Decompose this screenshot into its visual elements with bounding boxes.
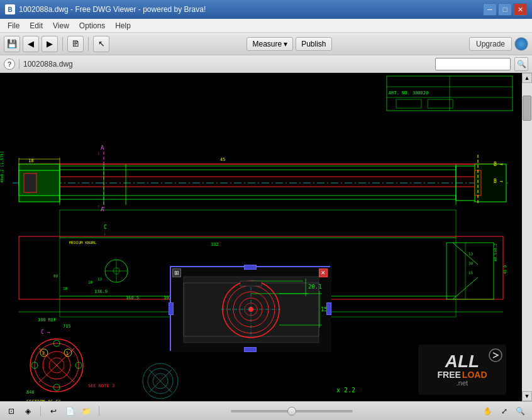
svg-text:B →: B →	[494, 179, 503, 184]
addr-separator	[19, 59, 19, 69]
svg-text:846: 846	[26, 390, 35, 395]
popup-resize-left[interactable]	[169, 302, 174, 315]
svg-text:40.5±0.2: 40.5±0.2	[493, 243, 497, 262]
watermark-arrow-icon	[488, 348, 503, 363]
status-separator-2	[99, 406, 99, 416]
save-button[interactable]: 💾	[4, 36, 20, 52]
svg-text:45 D: 45 D	[502, 265, 507, 274]
measure-button[interactable]: Measure ▾	[247, 37, 293, 51]
measure-label: Measure	[252, 40, 282, 48]
search-button[interactable]: 🔍	[514, 57, 528, 71]
svg-rect-13	[24, 174, 36, 192]
close-button[interactable]: ✕	[513, 3, 527, 16]
menu-edit[interactable]: Edit	[25, 20, 48, 31]
svg-text:136.9: 136.9	[94, 289, 108, 294]
zoom-in-button[interactable]: 🔍	[514, 405, 527, 417]
snap-button[interactable]: ⊡	[5, 405, 18, 417]
separator-2	[88, 37, 89, 51]
canvas-area: ART. NO. 300820	[0, 73, 532, 401]
forward-button[interactable]: ▶	[42, 36, 58, 52]
svg-text:↑: ↑	[97, 204, 100, 209]
undo-button[interactable]: ↩	[47, 405, 60, 417]
minimize-button[interactable]: ─	[483, 3, 497, 16]
vertical-scrollbar[interactable]: ▲ ▼	[522, 73, 532, 401]
svg-text:MEDIUM KNURL: MEDIUM KNURL	[69, 240, 97, 245]
svg-text:SEE NOTE 3: SEE NOTE 3	[88, 384, 114, 389]
help-button[interactable]: ?	[4, 58, 15, 70]
popup-resize-right[interactable]	[326, 302, 331, 315]
watermark-free: FREE	[437, 370, 460, 379]
svg-text:2: 2	[42, 351, 45, 355]
svg-text:15: 15	[468, 270, 474, 275]
layer-button[interactable]: ◈	[21, 405, 34, 417]
fit-button[interactable]: ⤢	[498, 405, 511, 417]
nav-button[interactable]: 🖹	[67, 36, 84, 52]
search-input[interactable]	[435, 58, 511, 70]
svg-text:30: 30	[468, 261, 474, 265]
svg-text:13: 13	[468, 251, 474, 256]
svg-text:A: A	[101, 145, 104, 151]
svg-text:B →: B →	[494, 162, 503, 167]
measure-arrow: ▾	[284, 40, 287, 48]
svg-text:80: 80	[53, 274, 58, 278]
popup-resize-top[interactable]	[244, 265, 257, 270]
watermark: ALL FREE LOAD .net	[418, 345, 506, 395]
svg-text:332: 332	[211, 242, 219, 247]
svg-text:715: 715	[63, 324, 71, 329]
scroll-up-arrow[interactable]: ▲	[522, 73, 532, 83]
svg-text:10: 10	[88, 280, 93, 284]
statusbar: ⊡ ◈ ↩ 📄 📁 ✋ ⤢ 🔍	[0, 401, 532, 420]
svg-text:A: A	[101, 206, 104, 213]
svg-text:10: 10	[63, 286, 68, 290]
popup-resize-bottom[interactable]	[244, 347, 257, 352]
scroll-down-arrow[interactable]: ▼	[522, 391, 532, 401]
scroll-thumb[interactable]	[523, 96, 531, 121]
window-controls: ─ □ ✕	[483, 3, 527, 16]
svg-point-119	[489, 349, 502, 362]
app-icon: B	[5, 4, 15, 14]
popup-zoom-window: ⊞ ✕	[170, 266, 330, 351]
publish-button[interactable]: Publish	[296, 37, 331, 51]
maximize-button[interactable]: □	[498, 3, 512, 16]
publish-label: Publish	[301, 40, 326, 48]
status-separator-1	[40, 406, 41, 416]
upgrade-button[interactable]: Upgrade	[469, 37, 512, 51]
svg-text:↓: ↓	[97, 151, 100, 155]
zoom-slider[interactable]	[231, 410, 352, 412]
toolbar: 💾 ◀ ▶ 🖹 ↖ Measure ▾ Publish Upgrade	[0, 33, 532, 55]
menu-help[interactable]: Help	[110, 20, 136, 31]
upgrade-label: Upgrade	[476, 40, 505, 48]
watermark-all: ALL	[445, 353, 479, 370]
popup-close-button[interactable]: ✕	[319, 268, 328, 277]
svg-text:40±0.2 [1.575]: 40±0.2 [1.575]	[0, 151, 4, 183]
window-title: 1002088a.dwg - Free DWG Viewer - powered…	[19, 5, 483, 14]
back-button[interactable]: ◀	[23, 36, 39, 52]
svg-text:x 2.2: x 2.2	[336, 387, 355, 394]
folder-button[interactable]: 📁	[80, 405, 92, 417]
svg-text:↓: ↓	[104, 232, 106, 236]
watermark-load: LOAD	[462, 370, 487, 379]
svg-rect-9	[19, 177, 503, 187]
cursor-button[interactable]: ↖	[93, 36, 109, 52]
globe-icon[interactable]	[514, 37, 528, 51]
menubar: File Edit View Options Help	[0, 19, 532, 33]
svg-text:100 REF: 100 REF	[38, 318, 57, 323]
zoom-slider-thumb[interactable]	[287, 407, 296, 416]
svg-text:160.5: 160.5	[126, 296, 139, 301]
document-button[interactable]: 📄	[64, 405, 76, 417]
addressbar: ? 1002088a.dwg 🔍	[0, 55, 532, 73]
menu-options[interactable]: Options	[74, 20, 110, 31]
menu-view[interactable]: View	[48, 20, 74, 31]
menu-file[interactable]: File	[3, 20, 25, 31]
svg-text:1: 1	[66, 351, 69, 355]
svg-text:13: 13	[97, 277, 103, 281]
filename-label: 1002088a.dwg	[23, 60, 73, 69]
svg-text:45: 45	[220, 157, 225, 162]
scroll-track[interactable]	[522, 83, 532, 391]
pan-button[interactable]: ✋	[482, 405, 494, 417]
titlebar: B 1002088a.dwg - Free DWG Viewer - power…	[0, 0, 532, 19]
popup-header-icon[interactable]: ⊞	[172, 268, 181, 277]
svg-text:C →: C →	[41, 329, 50, 335]
cad-canvas[interactable]: ART. NO. 300820	[0, 73, 522, 401]
svg-rect-118	[240, 281, 262, 286]
